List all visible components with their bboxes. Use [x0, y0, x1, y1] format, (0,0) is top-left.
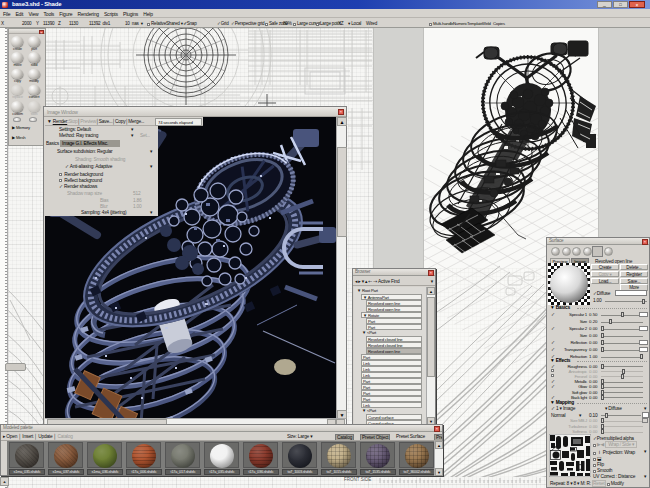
svg-text:FRONT SIDE: FRONT SIDE [344, 477, 371, 482]
